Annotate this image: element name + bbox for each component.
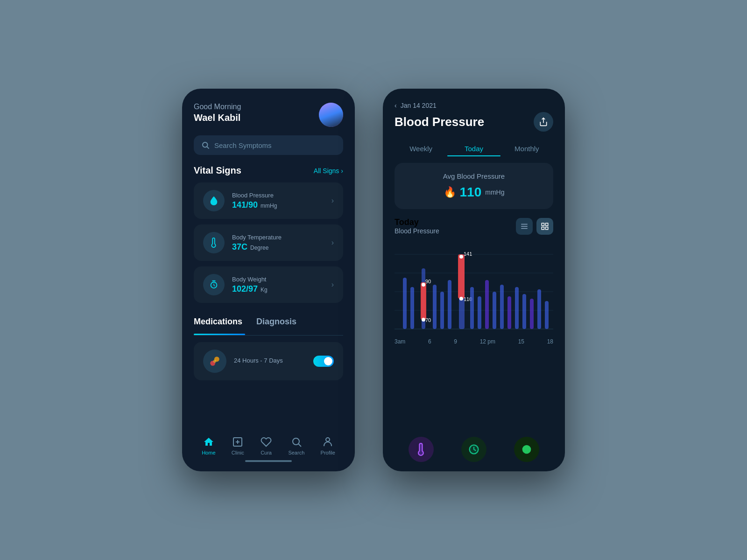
body-weight-value: 102/97 Kg [232,284,324,294]
period-tab-underline [447,155,500,156]
svg-rect-47 [522,294,526,329]
grid-view-btn[interactable] [536,218,553,235]
x-axis-labels: 3am 6 9 12 pm 15 18 [395,336,553,345]
nav-profile[interactable]: Profile [321,436,335,455]
tab-today[interactable]: Today [447,141,500,156]
svg-rect-46 [515,287,519,329]
stopwatch-icon [209,280,219,290]
bottom-icons-row [395,430,553,462]
today-subtitle: Blood Pressure [395,227,439,235]
svg-point-7 [293,438,299,445]
nav-home-label: Home [202,450,215,455]
bottom-clock-icon[interactable] [461,437,486,462]
body-temperature-value: 37C Degree [232,242,324,252]
clinic-icon [232,436,244,448]
blood-pressure-info: Blood Pressure 141/90 mmHg [232,192,324,210]
user-name: Wael Kabil [194,112,241,123]
svg-point-0 [203,142,208,147]
svg-point-28 [422,318,425,322]
svg-text:90: 90 [425,279,431,284]
svg-rect-17 [546,227,548,229]
nav-profile-label: Profile [321,450,335,455]
header-row: Good Morning Wael Kabil [194,103,343,127]
search-nav-icon [290,436,303,448]
right-phone: ‹ Jan 14 2021 Blood Pressure Weekly Toda… [383,89,565,471]
scroll-indicator [245,460,292,462]
x-label-18: 18 [547,338,553,345]
svg-rect-48 [530,299,534,329]
svg-point-36 [459,255,463,259]
today-section-header: Today Blood Pressure [395,217,553,235]
nav-search[interactable]: Search [288,436,304,455]
vital-signs-header: Vital Signs All Signs › [194,165,343,176]
svg-point-9 [326,438,330,441]
left-phone: Good Morning Wael Kabil Search Symptoms … [182,89,355,471]
all-signs-link[interactable]: All Signs › [314,167,343,175]
body-temperature-card[interactable]: Body Temperature 37C Degree › [194,224,343,261]
medication-card[interactable]: 24 Hours - 7 Days [194,342,343,380]
x-label-9: 9 [454,338,457,345]
med-icon-circle [203,350,226,373]
tab-diagnosis[interactable]: Diagnosis [256,317,296,330]
blood-pressure-value: 141/90 mmHg [232,200,324,210]
search-icon [201,141,210,149]
thermometer-icon [209,238,219,248]
svg-rect-16 [542,227,544,229]
svg-rect-49 [537,289,541,329]
blood-pressure-chart: 90 70 141 110 [395,240,553,334]
svg-point-37 [459,297,463,301]
grid-icon [541,222,549,231]
avatar[interactable] [319,103,343,127]
x-label-3am: 3am [395,338,405,345]
home-icon [203,436,215,448]
nav-search-label: Search [288,450,304,455]
avg-bp-unit: mmHg [485,189,504,196]
thermometer-bottom-icon [415,443,428,456]
today-title-block: Today Blood Pressure [395,217,439,235]
svg-point-27 [422,283,425,287]
med-label: 24 Hours - 7 Days [234,357,306,364]
cura-icon [260,436,272,448]
body-temperature-icon-circle [203,232,225,253]
bp-title: Blood Pressure [395,115,484,129]
period-tabs: Weekly Today Monthly [395,141,553,156]
search-bar[interactable]: Search Symptoms [194,135,343,155]
greeting-text: Good Morning [194,103,241,111]
clock-bottom-icon [467,443,480,456]
list-view-btn[interactable] [516,218,533,235]
blood-pressure-icon-circle [203,190,225,211]
body-weight-chevron: › [331,280,334,289]
avg-bp-number: 110 [460,185,482,200]
body-weight-info: Body Weight 102/97 Kg [232,276,324,294]
x-label-6: 6 [428,338,431,345]
bottom-dot-icon[interactable] [514,437,539,462]
svg-rect-43 [493,292,496,329]
svg-rect-42 [485,280,489,329]
nav-home[interactable]: Home [202,436,215,455]
med-toggle[interactable] [313,356,334,367]
droplet-icon [209,196,219,206]
back-arrow[interactable]: ‹ [395,102,397,109]
body-weight-card[interactable]: Body Weight 102/97 Kg › [194,266,343,303]
svg-point-5 [213,360,217,363]
tab-weekly[interactable]: Weekly [395,141,447,156]
blood-pressure-card[interactable]: Blood Pressure 141/90 mmHg › [194,182,343,219]
svg-rect-26 [421,282,426,320]
svg-rect-35 [458,254,465,299]
fire-emoji: 🔥 [444,186,456,198]
share-icon [539,117,548,126]
tab-underline [194,334,245,335]
svg-rect-41 [478,296,481,329]
tab-medications[interactable]: Medications [194,317,242,330]
share-button[interactable] [534,112,553,132]
chart-area: 90 70 141 110 [395,240,553,427]
bottom-thermometer-icon[interactable] [409,437,434,462]
body-temperature-chevron: › [331,238,334,247]
blood-pressure-chevron: › [331,196,334,205]
nav-clinic[interactable]: Clinic [232,436,244,455]
svg-text:141: 141 [464,251,472,257]
nav-cura[interactable]: Cura [260,436,272,455]
tab-monthly[interactable]: Monthly [500,141,553,156]
body-temperature-label: Body Temperature [232,234,324,241]
status-dot-icon [520,443,533,456]
